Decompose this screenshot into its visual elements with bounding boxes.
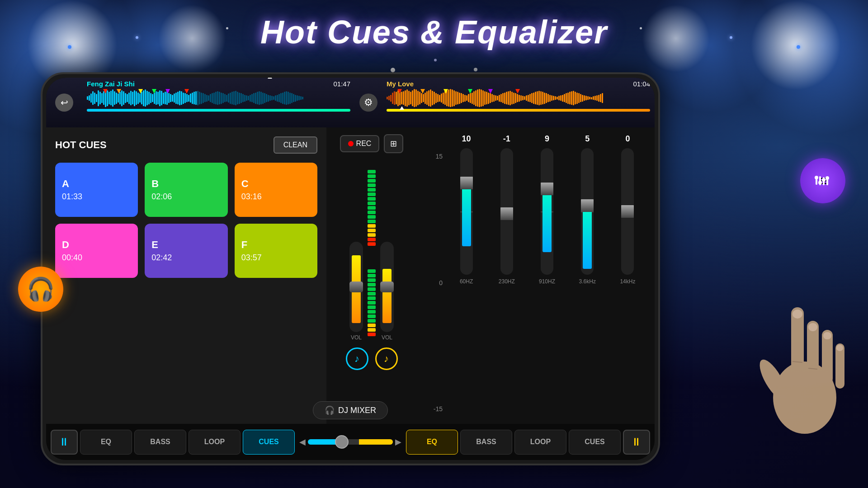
right-fader-knob[interactable]	[380, 282, 394, 292]
cue-pad-b[interactable]: B02:06	[145, 163, 227, 217]
eq-scale-label: 15	[424, 153, 443, 160]
cue-pad-time: 03:57	[241, 253, 262, 263]
eq-fill-teal	[462, 183, 471, 246]
crossfader-knob[interactable]	[335, 435, 349, 449]
grid-button[interactable]: ⊞	[384, 134, 403, 153]
vu-bar-2	[368, 292, 376, 296]
vu-bar-2	[368, 296, 376, 300]
dj-mixer-label: 🎧 DJ MIXER	[313, 401, 388, 419]
nav-tab-loop-right[interactable]: LOOP	[514, 430, 566, 455]
track-right: My Love 01:04	[382, 78, 655, 127]
eq-fill-teal	[542, 189, 552, 252]
vu-bar-2	[368, 278, 376, 282]
svg-rect-6	[826, 179, 828, 185]
eq-slider-col-14kHz: 14kHz	[608, 148, 648, 417]
back-button[interactable]: ↩	[46, 78, 82, 127]
nav-tab-bass-right[interactable]: BASS	[460, 430, 512, 455]
vu-bar-2	[368, 333, 376, 336]
crossfader-track[interactable]	[308, 439, 393, 445]
eq-fader-knob-910HZ[interactable]	[541, 183, 553, 195]
vu-bar-2	[368, 324, 376, 327]
nav-tab-bass-left[interactable]: BASS	[134, 430, 186, 455]
nav-tab-cues-left[interactable]: CUES	[243, 430, 295, 455]
svg-point-9	[818, 181, 822, 184]
cue-pad-letter: C	[241, 178, 249, 190]
vu-bar	[368, 233, 376, 237]
cue-pad-c[interactable]: C03:16	[235, 163, 317, 217]
track-left-time: 01:47	[333, 80, 350, 88]
crossfader-left-arrow[interactable]: ◀	[299, 437, 306, 447]
eq-value-14kHz: 0	[608, 134, 648, 144]
left-fader-track[interactable]	[349, 242, 363, 332]
svg-point-10	[822, 178, 826, 182]
cue-pad-time: 00:40	[62, 253, 82, 263]
eq-freq-label-230HZ: 230HZ	[499, 278, 515, 285]
pause-left-button[interactable]: ⏸	[51, 430, 78, 455]
eq-slider-col-910HZ: 910HZ	[527, 148, 567, 417]
clean-button[interactable]: CLEAN	[274, 136, 317, 154]
right-fader-track[interactable]	[380, 242, 394, 332]
eq-sliders-area: 150-15 60HZ 230HZ 910HZ 3.6k	[424, 148, 648, 417]
eq-fader-track-3.6kHz[interactable]	[581, 148, 594, 275]
vu-bar	[368, 197, 376, 201]
eq-scale-label: -15	[424, 405, 443, 413]
eq-scale-label: 0	[424, 279, 443, 286]
crossfader-right-arrow[interactable]: ▶	[395, 437, 401, 447]
nav-tab-loop-left[interactable]: LOOP	[189, 430, 241, 455]
eq-fader-track-60HZ[interactable]	[460, 148, 473, 275]
cue-pad-e[interactable]: E02:42	[145, 224, 227, 278]
right-vol-label: VOL	[382, 334, 392, 341]
waveform-left-visual	[87, 89, 350, 107]
nav-tab-eq-left[interactable]: EQ	[80, 430, 132, 455]
eq-fader-track-910HZ[interactable]	[541, 148, 553, 275]
eq-fader-knob-3.6kHz[interactable]	[581, 199, 594, 212]
cue-pad-letter: F	[241, 239, 247, 251]
cue-pad-f[interactable]: F03:57	[235, 224, 317, 278]
headphone-icon: 🎧	[27, 276, 55, 302]
cue-pad-time: 02:42	[151, 253, 172, 263]
eq-freq-label-910HZ: 910HZ	[539, 278, 555, 285]
eq-fader-knob-14kHz[interactable]	[621, 205, 634, 218]
cue-pad-a[interactable]: A01:33	[55, 163, 138, 217]
eq-fill-teal	[583, 206, 592, 269]
vu-bar	[368, 220, 376, 223]
vu-bars-2	[368, 250, 376, 341]
add-track-right-button[interactable]: ♪	[375, 347, 398, 370]
eq-freq-label-14kHz: 14kHz	[620, 278, 635, 285]
nav-tab-eq-right[interactable]: EQ	[406, 430, 458, 455]
back-arrow-icon: ↩	[55, 94, 73, 112]
headphone-button[interactable]: 🎧	[18, 267, 63, 312]
vu-bar	[368, 174, 376, 178]
vu-bar-2	[368, 328, 376, 332]
svg-point-11	[826, 176, 829, 180]
eq-value-910HZ: 9	[527, 134, 567, 144]
vu-bar	[368, 192, 376, 196]
rec-label: REC	[356, 140, 372, 148]
eq-value-3.6kHz: 5	[567, 134, 608, 144]
left-fader-knob[interactable]	[349, 282, 363, 292]
eq-settings-button[interactable]: ≡	[800, 158, 845, 203]
add-track-left-button[interactable]: ♪	[346, 347, 368, 370]
pause-left-icon: ⏸	[59, 436, 70, 448]
cue-pad-grid: A01:33B02:06C03:16D00:40E02:42F03:57	[55, 163, 317, 278]
eq-value-60HZ: 10	[446, 134, 486, 144]
eq-fader-knob-230HZ[interactable]	[500, 207, 513, 220]
vu-bar	[368, 206, 376, 210]
rec-button[interactable]: REC	[340, 135, 380, 152]
eq-fader-track-230HZ[interactable]	[500, 148, 513, 275]
nav-tab-cues-right[interactable]: CUES	[569, 430, 621, 455]
vu-bar-2	[368, 310, 376, 314]
right-fader-fill	[382, 269, 392, 323]
eq-fader-track-14kHz[interactable]	[621, 148, 634, 275]
gear-button[interactable]: ⚙	[355, 78, 382, 127]
dj-mixer-text: DJ MIXER	[338, 406, 376, 415]
track-left-name: Feng Zai Ji Shi	[87, 80, 135, 88]
eq-slider-col-60HZ: 60HZ	[446, 148, 486, 417]
vu-bars	[368, 160, 376, 250]
gear-icon: ⚙	[359, 94, 377, 112]
cue-pad-d[interactable]: D00:40	[55, 224, 138, 278]
eq-fader-knob-60HZ[interactable]	[460, 177, 473, 189]
pause-right-button[interactable]: ⏸	[623, 430, 650, 455]
vu-bar	[368, 211, 376, 214]
vu-bar	[368, 188, 376, 192]
